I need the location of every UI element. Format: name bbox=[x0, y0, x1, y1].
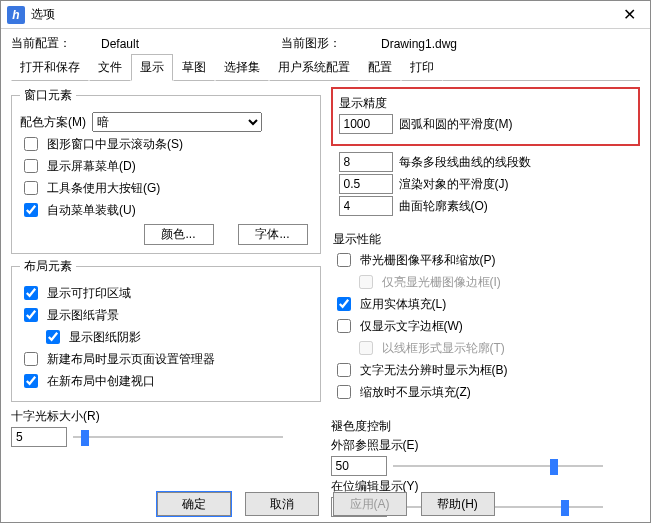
arc-smooth-input[interactable] bbox=[339, 114, 393, 134]
chk-screenmenu[interactable] bbox=[24, 159, 38, 173]
titlebar: h 选项 ✕ bbox=[1, 1, 650, 29]
current-config-value: Default bbox=[101, 37, 281, 51]
ok-button[interactable]: 确定 bbox=[157, 492, 231, 516]
colorscheme-label: 配色方案(M) bbox=[20, 114, 86, 131]
group-crosshair: 十字光标大小(R) bbox=[11, 406, 321, 449]
group-display-perf: 显示性能 带光栅图像平移和缩放(P) 仅亮显光栅图像边框(I) 应用实体填充(L… bbox=[331, 222, 641, 412]
legend-fade: 褪色度控制 bbox=[331, 418, 391, 435]
font-button[interactable]: 字体... bbox=[238, 224, 308, 245]
tab-strip: 打开和保存 文件 显示 草图 选择集 用户系统配置 配置 打印 bbox=[1, 54, 650, 81]
chk-wire-sil bbox=[359, 341, 373, 355]
lbl-hide-fill-zoom: 缩放时不显示填充(Z) bbox=[360, 384, 471, 401]
chk-text-unresolved[interactable] bbox=[337, 363, 351, 377]
chk-createvp[interactable] bbox=[24, 374, 38, 388]
color-button[interactable]: 颜色... bbox=[144, 224, 214, 245]
legend-display-perf: 显示性能 bbox=[333, 231, 381, 248]
legend-window-elements: 窗口元素 bbox=[20, 87, 76, 104]
legend-display-precision: 显示精度 bbox=[339, 95, 387, 112]
chk-paperbg[interactable] bbox=[24, 308, 38, 322]
chk-hl-raster bbox=[359, 275, 373, 289]
lbl-wire-sil: 以线框形式显示轮廓(T) bbox=[382, 340, 505, 357]
help-button[interactable]: 帮助(H) bbox=[421, 492, 495, 516]
lbl-createvp: 在新布局中创建视口 bbox=[47, 373, 155, 390]
tab-display[interactable]: 显示 bbox=[131, 54, 173, 81]
xref-fade-input[interactable] bbox=[331, 456, 387, 476]
close-icon[interactable]: ✕ bbox=[615, 5, 644, 24]
surface-lines-label: 曲面轮廓素线(O) bbox=[399, 198, 488, 215]
lbl-papershadow: 显示图纸阴影 bbox=[69, 329, 141, 346]
tab-files[interactable]: 文件 bbox=[89, 54, 131, 81]
chk-text-frame[interactable] bbox=[337, 319, 351, 333]
tab-profiles[interactable]: 配置 bbox=[359, 54, 401, 81]
chk-pgsetup[interactable] bbox=[24, 352, 38, 366]
lbl-hl-raster: 仅亮显光栅图像边框(I) bbox=[382, 274, 501, 291]
lbl-text-frame: 仅显示文字边框(W) bbox=[360, 318, 463, 335]
crosshair-slider[interactable] bbox=[73, 428, 283, 446]
lbl-raster-pan: 带光栅图像平移和缩放(P) bbox=[360, 252, 496, 269]
window-title: 选项 bbox=[31, 6, 55, 23]
xref-fade-slider[interactable] bbox=[393, 457, 603, 475]
tab-sketch[interactable]: 草图 bbox=[173, 54, 215, 81]
current-drawing-value: Drawing1.dwg bbox=[381, 37, 561, 51]
lbl-solid-fill: 应用实体填充(L) bbox=[360, 296, 447, 313]
pline-seg-label: 每条多段线曲线的线段数 bbox=[399, 154, 531, 171]
dialog-footer: 确定 取消 应用(A) 帮助(H) bbox=[1, 492, 650, 516]
apply-button[interactable]: 应用(A) bbox=[333, 492, 407, 516]
cancel-button[interactable]: 取消 bbox=[245, 492, 319, 516]
lbl-automenu: 自动菜单装载(U) bbox=[47, 202, 136, 219]
lbl-bigtoolbar: 工具条使用大按钮(G) bbox=[47, 180, 160, 197]
lbl-pgsetup: 新建布局时显示页面设置管理器 bbox=[47, 351, 215, 368]
options-dialog: h 选项 ✕ 当前配置： Default 当前图形： Drawing1.dwg … bbox=[0, 0, 651, 523]
left-column: 窗口元素 配色方案(M) 暗 图形窗口中显示滚动条(S) 显示屏幕菜单(D) 工… bbox=[11, 87, 321, 475]
tab-user-prefs[interactable]: 用户系统配置 bbox=[269, 54, 359, 81]
right-column: 显示精度 圆弧和圆的平滑度(M) 每条多段线曲线的线段数 渲染对象的平滑度(J)… bbox=[331, 87, 641, 475]
group-display-precision: 显示精度 圆弧和圆的平滑度(M) bbox=[331, 87, 641, 146]
app-logo-icon: h bbox=[7, 6, 25, 24]
group-window-elements: 窗口元素 配色方案(M) 暗 图形窗口中显示滚动条(S) 显示屏幕菜单(D) 工… bbox=[11, 87, 321, 254]
tab-selection[interactable]: 选择集 bbox=[215, 54, 269, 81]
xref-fade-label: 外部参照显示(E) bbox=[331, 437, 419, 454]
chk-bigtoolbar[interactable] bbox=[24, 181, 38, 195]
lbl-text-unresolved: 文字无法分辨时显示为框(B) bbox=[360, 362, 508, 379]
tab-open-save[interactable]: 打开和保存 bbox=[11, 54, 89, 81]
crosshair-slider-thumb[interactable] bbox=[81, 430, 89, 446]
group-layout-elements: 布局元素 显示可打印区域 显示图纸背景 显示图纸阴影 新建布局时显示页面设置管理… bbox=[11, 258, 321, 402]
render-smooth-label: 渲染对象的平滑度(J) bbox=[399, 176, 509, 193]
tab-print[interactable]: 打印 bbox=[401, 54, 443, 81]
crosshair-label: 十字光标大小(R) bbox=[11, 408, 100, 425]
lbl-screenmenu: 显示屏幕菜单(D) bbox=[47, 158, 136, 175]
chk-hide-fill-zoom[interactable] bbox=[337, 385, 351, 399]
render-smooth-input[interactable] bbox=[339, 174, 393, 194]
chk-printable[interactable] bbox=[24, 286, 38, 300]
chk-scrollbars[interactable] bbox=[24, 137, 38, 151]
current-config-label: 当前配置： bbox=[11, 35, 101, 52]
legend-layout-elements: 布局元素 bbox=[20, 258, 76, 275]
current-drawing-label: 当前图形： bbox=[281, 35, 381, 52]
chk-papershadow[interactable] bbox=[46, 330, 60, 344]
lbl-paperbg: 显示图纸背景 bbox=[47, 307, 119, 324]
lbl-scrollbars: 图形窗口中显示滚动条(S) bbox=[47, 136, 183, 153]
arc-smooth-label: 圆弧和圆的平滑度(M) bbox=[399, 116, 513, 133]
colorscheme-select[interactable]: 暗 bbox=[92, 112, 262, 132]
xref-fade-thumb[interactable] bbox=[550, 459, 558, 475]
lbl-printable: 显示可打印区域 bbox=[47, 285, 131, 302]
chk-raster-pan[interactable] bbox=[337, 253, 351, 267]
chk-automenu[interactable] bbox=[24, 203, 38, 217]
pline-seg-input[interactable] bbox=[339, 152, 393, 172]
header-info: 当前配置： Default 当前图形： Drawing1.dwg bbox=[1, 29, 650, 54]
chk-solid-fill[interactable] bbox=[337, 297, 351, 311]
surface-lines-input[interactable] bbox=[339, 196, 393, 216]
crosshair-input[interactable] bbox=[11, 427, 67, 447]
